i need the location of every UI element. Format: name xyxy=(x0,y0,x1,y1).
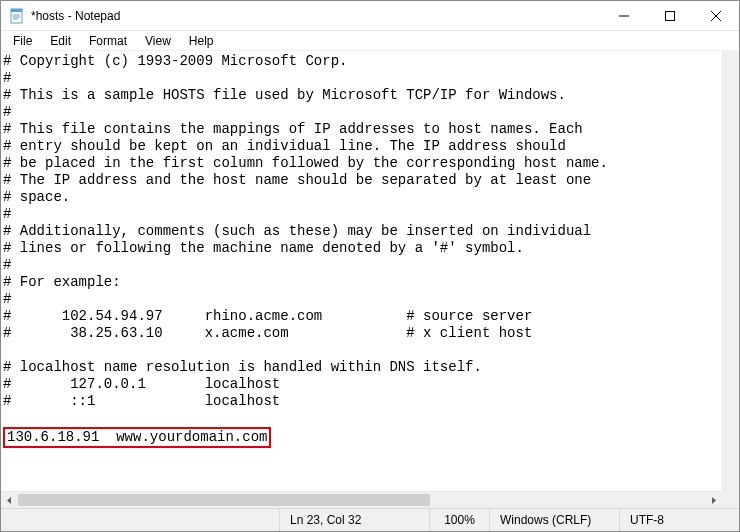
horizontal-scrollbar[interactable] xyxy=(1,491,722,508)
svg-marker-10 xyxy=(712,497,716,504)
minimize-button[interactable] xyxy=(601,1,647,31)
text-line: # This file contains the mappings of IP … xyxy=(3,121,720,138)
text-line: # ::1 localhost xyxy=(3,393,720,410)
text-line: # xyxy=(3,104,720,121)
status-spacer xyxy=(1,509,279,531)
status-line-ending: Windows (CRLF) xyxy=(489,509,619,531)
status-zoom[interactable]: 100% xyxy=(429,509,489,531)
highlighted-entry: 130.6.18.91 www.yourdomain.com xyxy=(3,427,271,448)
hscroll-track[interactable] xyxy=(18,492,705,508)
svg-rect-1 xyxy=(11,9,22,12)
text-line: # Copyright (c) 1993-2009 Microsoft Corp… xyxy=(3,53,720,70)
text-line: # xyxy=(3,257,720,274)
menu-bar: File Edit Format View Help xyxy=(1,31,739,51)
editor-area: # Copyright (c) 1993-2009 Microsoft Corp… xyxy=(1,51,739,508)
svg-marker-9 xyxy=(7,497,11,504)
text-line: # xyxy=(3,70,720,87)
window-title: *hosts - Notepad xyxy=(31,9,120,23)
text-line: # xyxy=(3,291,720,308)
vertical-scrollbar[interactable] xyxy=(722,51,739,491)
text-line: # 38.25.63.10 x.acme.com # x client host xyxy=(3,325,720,342)
menu-file[interactable]: File xyxy=(5,32,40,50)
status-encoding: UTF-8 xyxy=(619,509,739,531)
text-line xyxy=(3,342,720,359)
scrollbar-corner xyxy=(722,491,739,508)
status-caret-position: Ln 23, Col 32 xyxy=(279,509,429,531)
close-button[interactable] xyxy=(693,1,739,31)
menu-view[interactable]: View xyxy=(137,32,179,50)
hscroll-thumb[interactable] xyxy=(18,494,430,506)
notepad-icon xyxy=(9,8,25,24)
svg-rect-6 xyxy=(666,11,675,20)
text-line: # space. xyxy=(3,189,720,206)
text-line: # entry should be kept on an individual … xyxy=(3,138,720,155)
maximize-button[interactable] xyxy=(647,1,693,31)
menu-edit[interactable]: Edit xyxy=(42,32,79,50)
text-line: # 127.0.0.1 localhost xyxy=(3,376,720,393)
text-line: # localhost name resolution is handled w… xyxy=(3,359,720,376)
text-line: # xyxy=(3,206,720,223)
scroll-left-button[interactable] xyxy=(1,492,18,509)
text-line: # 102.54.94.97 rhino.acme.com # source s… xyxy=(3,308,720,325)
text-line: # For example: xyxy=(3,274,720,291)
text-line: # be placed in the first column followed… xyxy=(3,155,720,172)
text-line: 130.6.18.91 www.yourdomain.com xyxy=(3,427,720,448)
menu-help[interactable]: Help xyxy=(181,32,222,50)
text-editor[interactable]: # Copyright (c) 1993-2009 Microsoft Corp… xyxy=(1,51,722,491)
text-line: # This is a sample HOSTS file used by Mi… xyxy=(3,87,720,104)
text-line: # The IP address and the host name shoul… xyxy=(3,172,720,189)
menu-format[interactable]: Format xyxy=(81,32,135,50)
text-line: # Additionally, comments (such as these)… xyxy=(3,223,720,240)
text-line xyxy=(3,410,720,427)
text-line: # lines or following the machine name de… xyxy=(3,240,720,257)
status-bar: Ln 23, Col 32 100% Windows (CRLF) UTF-8 xyxy=(1,508,739,531)
scroll-right-button[interactable] xyxy=(705,492,722,509)
title-bar: *hosts - Notepad xyxy=(1,1,739,31)
